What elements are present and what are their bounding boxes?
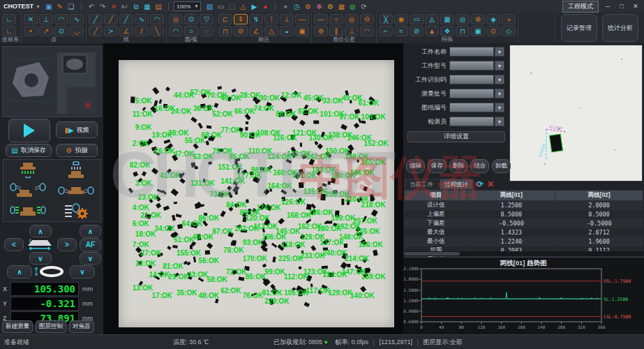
circle-arc-tool-icon[interactable]: ◠ — [169, 26, 183, 36]
all-light-button[interactable] — [7, 202, 49, 220]
new-doc-icon[interactable]: ❏ — [66, 2, 76, 11]
circle-arc-tool-icon[interactable]: ◎ — [169, 14, 183, 24]
cancel-save-button[interactable]: ▤ 取消保存 — [6, 144, 52, 157]
z-up-button[interactable]: ∧ — [80, 225, 101, 237]
ring-down-button[interactable]: ∨ — [70, 265, 95, 279]
special-tool-icon[interactable]: ◇ — [502, 26, 516, 36]
inspector-select[interactable] — [449, 117, 494, 126]
gdt-tool-icon[interactable]: ∥ — [329, 26, 343, 36]
dimension-tool-icon[interactable]: ⊘ — [234, 26, 248, 36]
record-icon[interactable]: ● — [260, 2, 270, 11]
grid-icon[interactable]: ▦ — [142, 2, 152, 11]
workpiece-id-select[interactable] — [449, 75, 494, 84]
point-tool-icon[interactable]: ⊥ — [39, 14, 53, 24]
maximize-button[interactable]: □ — [617, 3, 627, 10]
layer-control-button[interactable]: 图层控制 — [36, 320, 66, 333]
circle-arc-tool-icon[interactable]: ○ — [184, 26, 198, 36]
statistics-analysis-button[interactable]: 统计分析 — [602, 14, 638, 42]
close-button[interactable]: ✕ — [631, 3, 641, 10]
chevron-down-icon[interactable]: ▼ — [495, 61, 504, 70]
point-tool-icon[interactable]: ∿ — [70, 14, 84, 24]
line-tool-icon[interactable]: ╱ — [119, 14, 133, 24]
globe-icon[interactable]: ◍ — [347, 2, 357, 11]
chevron-down-icon[interactable]: ▼ — [495, 117, 504, 126]
minimize-button[interactable]: ─ — [603, 3, 613, 10]
dimension-tool-icon[interactable]: ▣ — [295, 26, 309, 36]
video-button[interactable]: ▮▶ 视频 — [56, 121, 98, 138]
chevron-down-icon[interactable]: ▼ — [495, 75, 504, 84]
dimension-tool-icon[interactable]: ↯ — [249, 14, 263, 24]
special-tool-icon[interactable]: ◈ — [486, 14, 500, 24]
special-tool-icon[interactable]: ◬ — [425, 14, 439, 24]
focuser-button[interactable]: 对焦器 — [69, 320, 94, 333]
gdt-tool-icon[interactable]: ⊖ — [360, 14, 374, 24]
line-tool-icon[interactable]: ╲ — [150, 26, 164, 36]
drawing-no-select[interactable] — [449, 103, 494, 112]
special-tool-icon[interactable]: ❖ — [440, 26, 454, 36]
record-management-button[interactable]: 记录管理 — [561, 14, 597, 42]
delete-icon[interactable]: ✕ — [109, 2, 119, 11]
line-tool-icon[interactable]: ∠ — [119, 26, 133, 36]
dimension-tool-icon[interactable]: ⊏ — [218, 14, 232, 24]
top-light-button[interactable] — [7, 161, 49, 179]
table-hscrollbar[interactable] — [404, 251, 643, 256]
dimension-tool-icon[interactable]: △ — [264, 26, 278, 36]
merge-button[interactable]: 结合 — [470, 159, 489, 173]
special-tool-icon[interactable]: ＋ — [502, 14, 516, 24]
save-button[interactable]: 保存 — [428, 159, 447, 173]
run-button[interactable] — [8, 119, 50, 142]
side-light-left-button[interactable] — [7, 181, 49, 200]
dimension-tool-icon[interactable]: ⊥ — [280, 14, 294, 24]
special-tool-icon[interactable]: ◎ — [456, 14, 470, 24]
line-tool-icon[interactable]: ◠ — [150, 14, 164, 24]
point-tool-icon[interactable]: ⊙ — [54, 26, 68, 36]
line-tool-icon[interactable]: ≻ — [104, 26, 118, 36]
batch-no-select[interactable] — [449, 89, 494, 98]
abc-check-icon[interactable]: A✓ — [120, 2, 130, 11]
special-tool-icon[interactable]: ⊕ — [471, 14, 485, 24]
undo-icon[interactable]: ↶ — [87, 2, 96, 11]
gdt-tool-icon[interactable]: ⊕ — [314, 26, 328, 36]
light-settings-button[interactable] — [55, 202, 97, 220]
point-tool-icon[interactable]: ↗ — [39, 26, 53, 36]
special-tool-icon[interactable]: ╳ — [379, 14, 393, 24]
circle-arc-tool-icon[interactable]: ▽ — [200, 14, 214, 24]
delete-button[interactable]: 删除 — [449, 159, 468, 173]
line-tool-icon[interactable]: ╱ — [89, 26, 103, 36]
line-tool-icon[interactable]: ╱ — [104, 14, 118, 24]
gear2-icon[interactable]: ⚙ — [325, 2, 335, 11]
special-tool-icon[interactable]: ≈ — [394, 26, 408, 36]
close-icon[interactable]: ✕ — [487, 179, 494, 189]
grid2-icon[interactable]: ▦ — [336, 2, 346, 11]
bottom-light-button[interactable] — [55, 161, 97, 179]
dimension-tool-icon[interactable]: ◒ — [280, 26, 294, 36]
special-tool-icon[interactable]: ▭ — [410, 14, 424, 24]
special-tool-icon[interactable]: ⊓ — [456, 26, 470, 36]
new-measure-button[interactable]: 新建测量 — [2, 320, 33, 333]
dimension-tool-icon[interactable]: ∠ — [249, 26, 263, 36]
refresh-icon[interactable]: ⟳ — [477, 179, 484, 189]
monitor-icon[interactable]: ▭ — [216, 2, 225, 11]
point-tool-icon[interactable]: ✕ — [24, 14, 38, 24]
dashed-rect-icon[interactable]: ⬚ — [227, 2, 237, 11]
table-row[interactable]: 最大值1.43232.0712 — [405, 228, 643, 237]
engineering-mode-button[interactable]: 工程模式 — [562, 1, 599, 13]
probe-icon[interactable]: △ — [238, 2, 248, 11]
autofocus-button[interactable]: AF — [80, 238, 101, 251]
flower-icon[interactable]: ✻ — [314, 2, 324, 11]
point-tool-icon[interactable]: ◡ — [70, 26, 84, 36]
capture-button[interactable]: ⚙ 拍摄 — [56, 144, 98, 157]
dimension-tool-icon[interactable]: ⊺ — [264, 14, 278, 24]
scrollbar-thumb[interactable] — [404, 252, 460, 255]
line-tool-icon[interactable]: ╱ — [89, 14, 103, 24]
ring-up-button[interactable]: ∧ — [7, 265, 32, 279]
zoom-select[interactable]: 100% ▼ — [174, 1, 201, 11]
special-tool-icon[interactable]: ⊘ — [410, 26, 424, 36]
z-down-button[interactable]: ∨ — [80, 252, 101, 265]
dimension-tool-icon[interactable]: — — [295, 14, 309, 24]
image-icon[interactable]: ▧ — [204, 2, 214, 11]
detail-settings-button[interactable]: 详细设置 — [407, 131, 505, 142]
stage-right-button[interactable]: > — [57, 238, 77, 251]
chevron-down-icon[interactable]: ▼ — [495, 103, 504, 112]
unload-button[interactable]: 卸载 — [492, 159, 511, 173]
